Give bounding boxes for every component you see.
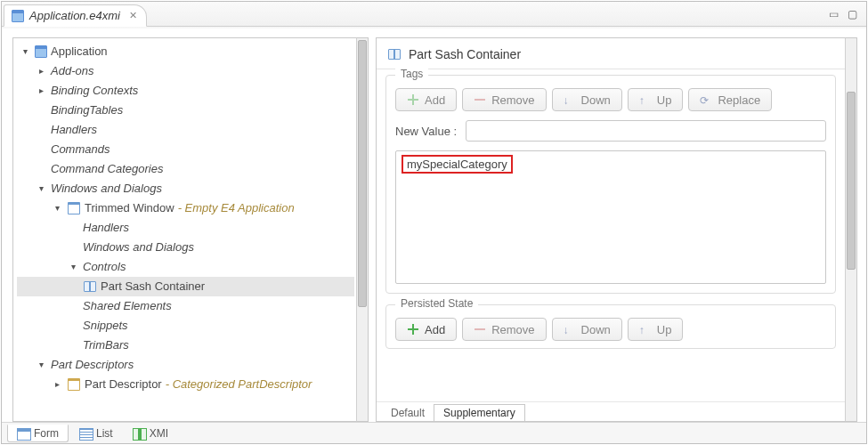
- scrollbar-thumb[interactable]: [358, 40, 367, 307]
- button-label: Add: [425, 93, 445, 107]
- tree-scrollbar[interactable]: [356, 37, 369, 422]
- tree-label: Binding Contexts: [51, 81, 138, 101]
- tree-item-snippets[interactable]: ▸ Snippets: [17, 316, 354, 336]
- persisted-remove-button[interactable]: Remove: [462, 318, 546, 341]
- list-icon: [79, 428, 92, 439]
- close-icon[interactable]: ✕: [129, 10, 137, 21]
- footer-tab-label: XMI: [150, 427, 168, 440]
- chevron-right-icon[interactable]: ▸: [51, 378, 63, 391]
- button-label: Remove: [491, 323, 534, 336]
- button-label: Replace: [718, 93, 760, 107]
- tags-add-button[interactable]: Add: [395, 88, 457, 111]
- model-tree[interactable]: ▾ Application ▸ Add-ons ▸ Binding Contex…: [13, 38, 356, 398]
- tree-suffix: - Categorized PartDescriptor: [166, 375, 312, 394]
- persisted-state-group: Persisted State Add Remove Down: [385, 304, 836, 349]
- tree-item-shared-elements[interactable]: ▸ Shared Elements: [17, 296, 354, 316]
- tree-item-addons[interactable]: ▸ Add-ons: [17, 61, 354, 81]
- chevron-down-icon[interactable]: ▾: [19, 45, 31, 58]
- tags-up-button[interactable]: Up: [628, 88, 684, 111]
- editor-tab-label: Application.e4xmi: [29, 9, 120, 22]
- editor-tab-application[interactable]: Application.e4xmi ✕: [4, 4, 147, 27]
- tree-label: Handlers: [51, 120, 97, 140]
- button-label: Remove: [491, 93, 534, 107]
- arrow-down-icon: [564, 93, 576, 106]
- tree-item-trimbars[interactable]: ▸ TrimBars: [17, 336, 354, 355]
- arrow-up-icon: [639, 323, 652, 336]
- tree-label: Trimmed Window: [85, 198, 174, 218]
- button-label: Up: [657, 93, 672, 107]
- tags-legend: Tags: [395, 68, 428, 80]
- detail-scrollbar[interactable]: [845, 37, 857, 422]
- tags-remove-button[interactable]: Remove: [462, 88, 546, 111]
- plus-icon: [407, 323, 419, 336]
- tree-root[interactable]: ▾ Application: [17, 42, 354, 61]
- refresh-icon: [700, 93, 712, 106]
- new-value-label: New Value :: [395, 125, 457, 138]
- chevron-right-icon[interactable]: ▸: [35, 65, 47, 77]
- tree-label: Add-ons: [51, 61, 93, 81]
- chevron-down-icon[interactable]: ▾: [67, 261, 79, 273]
- detail-pane: Part Sash Container Tags Add Remove: [376, 37, 845, 422]
- detail-title: Part Sash Container: [409, 47, 521, 61]
- tree-label: Handlers: [83, 218, 129, 238]
- plus-icon: [407, 93, 419, 106]
- tree-item-part-descriptors[interactable]: ▾ Part Descriptors: [17, 355, 354, 375]
- tree-suffix: - Empty E4 Application: [178, 198, 295, 218]
- editor-footer-tabs: Form List XMI: [2, 422, 866, 443]
- chevron-right-icon[interactable]: ▸: [35, 85, 47, 97]
- tags-down-button[interactable]: Down: [552, 88, 622, 111]
- tree-item-trimmed-window[interactable]: ▾ Trimmed Window - Empty E4 Application: [17, 198, 354, 218]
- maximize-icon[interactable]: ▢: [848, 8, 857, 20]
- tree-label: Commands: [51, 140, 110, 159]
- tree-label: Windows and Dialogs: [51, 179, 162, 198]
- tab-default[interactable]: Default: [382, 405, 434, 421]
- tree-item-windows-dialogs-2[interactable]: ▸ Windows and Dialogs: [17, 238, 354, 257]
- sash-container-icon: [387, 47, 402, 61]
- tree-label: Shared Elements: [83, 296, 172, 316]
- footer-tab-xmi[interactable]: XMI: [124, 425, 177, 441]
- tree-item-command-categories[interactable]: ▸ Command Categories: [17, 159, 354, 179]
- application-icon: [12, 10, 24, 22]
- new-value-input[interactable]: [466, 120, 826, 142]
- scrollbar-thumb[interactable]: [847, 92, 856, 270]
- tree-item-binding-tables[interactable]: ▸ BindingTables: [17, 101, 354, 120]
- tree-item-part-descriptor[interactable]: ▸ Part Descriptor - Categorized PartDesc…: [17, 375, 354, 394]
- footer-tab-list[interactable]: List: [70, 425, 122, 441]
- persisted-up-button[interactable]: Up: [628, 318, 684, 341]
- tags-list[interactable]: mySpecialCategory: [395, 150, 826, 284]
- tree-label: Application: [51, 42, 108, 61]
- button-label: Up: [657, 323, 672, 336]
- detail-tabs: Default Supplementary: [377, 401, 845, 421]
- button-label: Add: [425, 323, 445, 336]
- tree-item-handlers-2[interactable]: ▸ Handlers: [17, 218, 354, 238]
- persisted-down-button[interactable]: Down: [552, 318, 622, 341]
- tree-item-controls[interactable]: ▾ Controls: [17, 257, 354, 277]
- sash-container-icon: [83, 279, 97, 294]
- tag-item[interactable]: mySpecialCategory: [402, 155, 513, 174]
- window-icon: [67, 201, 81, 215]
- arrow-down-icon: [564, 323, 576, 336]
- footer-tab-form[interactable]: Form: [7, 425, 69, 442]
- chevron-down-icon[interactable]: ▾: [51, 202, 63, 214]
- chevron-down-icon[interactable]: ▾: [35, 359, 47, 371]
- persisted-add-button[interactable]: Add: [395, 318, 457, 341]
- window-buttons: ▭ ▢: [829, 8, 866, 26]
- chevron-down-icon[interactable]: ▾: [35, 182, 47, 195]
- tree-item-handlers[interactable]: ▸ Handlers: [17, 120, 354, 140]
- minimize-icon[interactable]: ▭: [829, 8, 839, 20]
- tree-item-windows-dialogs[interactable]: ▾ Windows and Dialogs: [17, 179, 354, 198]
- button-label: Down: [581, 323, 611, 336]
- tags-group: Tags Add Remove Down: [385, 75, 836, 294]
- arrow-up-icon: [639, 93, 652, 106]
- tree-label: TrimBars: [83, 336, 129, 355]
- minus-icon: [474, 323, 486, 336]
- tree-label: Part Sash Container: [101, 277, 205, 296]
- tree-item-commands[interactable]: ▸ Commands: [17, 140, 354, 159]
- tree-label: BindingTables: [51, 101, 123, 120]
- tags-replace-button[interactable]: Replace: [688, 88, 772, 111]
- tree-item-part-sash-container[interactable]: ▸ Part Sash Container: [17, 277, 354, 296]
- form-icon: [17, 428, 29, 439]
- tab-supplementary[interactable]: Supplementary: [434, 404, 525, 422]
- tree-item-binding-contexts[interactable]: ▸ Binding Contexts: [17, 81, 354, 101]
- part-descriptor-icon: [67, 377, 81, 392]
